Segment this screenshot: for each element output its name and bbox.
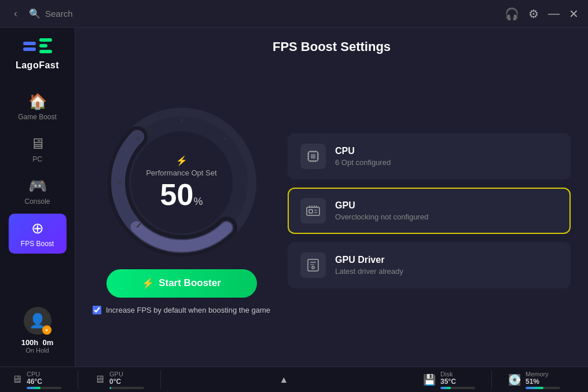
fps-checkbox[interactable] bbox=[93, 306, 101, 314]
chevron-up-icon[interactable]: ▲ bbox=[280, 375, 289, 385]
status-bar-center: ▲ bbox=[161, 375, 407, 385]
svg-rect-0 bbox=[23, 42, 36, 45]
content-body: ⚡ Performance Opt Set 50 % ⚡ Start Boost… bbox=[93, 66, 571, 355]
sidebar-item-fps-boost[interactable]: ⊕ FPS Boost bbox=[9, 214, 67, 254]
checkbox-row: Increase FPS by default when boosting th… bbox=[93, 306, 270, 314]
card-cpu[interactable]: CPU 6 Opt configured bbox=[288, 133, 571, 179]
gauge-lightning-icon: ⚡ bbox=[146, 155, 216, 166]
main-layout: LagoFast 🏠 Game Boost 🖥 PC 🎮 Console ⊕ F… bbox=[0, 28, 588, 367]
search-icon: 🔍 bbox=[29, 8, 41, 19]
status-cpu-value: 46°C bbox=[27, 378, 61, 386]
fps-boost-icon: ⊕ bbox=[31, 219, 44, 237]
gauge-unit: % bbox=[193, 196, 203, 208]
game-boost-icon: 🏠 bbox=[28, 93, 47, 111]
status-memory: 💽 Memory 51% bbox=[492, 371, 576, 389]
top-bar-actions: 🎧 ⚙ — ✕ bbox=[505, 7, 579, 21]
status-disk-bar bbox=[440, 387, 475, 389]
content-area: FPS Boost Settings bbox=[75, 28, 588, 367]
card-gpu-content: GPU Overclocking not configured bbox=[335, 200, 428, 221]
card-gpu[interactable]: GPU Overclocking not configured bbox=[288, 188, 571, 234]
user-time: 100h 0m bbox=[21, 338, 54, 347]
logo-icon bbox=[23, 38, 52, 60]
back-button[interactable]: ‹ bbox=[9, 5, 22, 22]
card-gpu-title: GPU bbox=[335, 200, 428, 211]
svg-rect-1 bbox=[23, 47, 36, 51]
status-cpu-info: CPU 46°C bbox=[27, 371, 61, 389]
sidebar-label-console: Console bbox=[24, 197, 50, 206]
logo-text: LagoFast bbox=[16, 60, 59, 71]
svg-rect-3 bbox=[39, 44, 47, 47]
status-gpu-label: GPU bbox=[109, 371, 144, 378]
avatar-badge: ♥ bbox=[42, 325, 52, 335]
sidebar-label-fps-boost: FPS Boost bbox=[21, 240, 54, 248]
logo: LagoFast bbox=[16, 34, 59, 75]
minimize-icon[interactable]: — bbox=[548, 7, 560, 20]
sidebar: LagoFast 🏠 Game Boost 🖥 PC 🎮 Console ⊕ F… bbox=[0, 28, 75, 367]
svg-rect-37 bbox=[314, 210, 317, 211]
user-section: 👤 ♥ 100h 0m On Hold bbox=[21, 300, 54, 361]
gpu-driver-card-icon bbox=[300, 252, 326, 278]
status-memory-info: Memory 51% bbox=[525, 371, 560, 389]
boost-button-label: Start Booster bbox=[159, 277, 221, 289]
card-gpu-driver-subtitle: Latest driver already bbox=[335, 267, 403, 276]
status-memory-bar-fill bbox=[525, 387, 543, 389]
close-icon[interactable]: ✕ bbox=[569, 7, 579, 21]
search-bar[interactable]: 🔍 Search bbox=[29, 8, 498, 19]
card-gpu-driver[interactable]: GPU Driver Latest driver already bbox=[288, 242, 571, 288]
status-memory-bar bbox=[525, 387, 560, 389]
console-icon: 🎮 bbox=[28, 177, 47, 195]
svg-rect-2 bbox=[39, 38, 52, 42]
status-gpu-bar bbox=[109, 387, 144, 389]
status-gpu-icon: 🖥 bbox=[94, 373, 105, 386]
status-cpu-label: CPU bbox=[27, 371, 61, 378]
status-cpu-bar bbox=[27, 387, 61, 389]
status-gpu-info: GPU 0°C bbox=[109, 371, 144, 389]
gauge-section: ⚡ Performance Opt Set 50 % ⚡ Start Boost… bbox=[93, 107, 270, 314]
svg-point-40 bbox=[312, 266, 314, 269]
svg-rect-17 bbox=[311, 154, 315, 159]
gauge-label: Performance Opt Set bbox=[146, 168, 216, 177]
svg-rect-41 bbox=[310, 262, 316, 263]
status-gpu-value: 0°C bbox=[109, 378, 144, 386]
status-disk: 💾 Disk 35°C bbox=[407, 371, 492, 389]
svg-rect-38 bbox=[314, 212, 317, 213]
sidebar-label-pc: PC bbox=[32, 155, 42, 163]
boost-lightning-icon: ⚡ bbox=[142, 277, 154, 290]
status-gpu: 🖥 GPU 0°C bbox=[78, 371, 161, 389]
status-cpu-bar-fill bbox=[27, 387, 41, 389]
card-cpu-title: CPU bbox=[335, 146, 391, 156]
gauge-wrapper: ⚡ Performance Opt Set 50 % bbox=[106, 107, 257, 258]
svg-rect-31 bbox=[309, 210, 313, 213]
sidebar-label-game-boost: Game Boost bbox=[18, 113, 57, 121]
support-icon[interactable]: 🎧 bbox=[505, 7, 519, 21]
cards-section: CPU 6 Opt configured bbox=[288, 133, 571, 288]
cpu-card-icon bbox=[300, 144, 326, 169]
status-cpu: 🖥 CPU 46°C bbox=[12, 371, 78, 389]
status-disk-label: Disk bbox=[440, 371, 475, 378]
sidebar-item-pc[interactable]: 🖥 PC bbox=[9, 129, 67, 169]
top-bar: ‹ 🔍 Search 🎧 ⚙ — ✕ bbox=[0, 0, 588, 28]
start-booster-button[interactable]: ⚡ Start Booster bbox=[106, 269, 257, 298]
status-memory-value: 51% bbox=[525, 378, 560, 386]
checkbox-label: Increase FPS by default when boosting th… bbox=[106, 306, 270, 314]
sidebar-item-game-boost[interactable]: 🏠 Game Boost bbox=[9, 87, 67, 127]
svg-rect-4 bbox=[39, 50, 52, 53]
card-cpu-subtitle: 6 Opt configured bbox=[335, 158, 391, 167]
gpu-card-icon bbox=[300, 198, 326, 224]
status-cpu-icon: 🖥 bbox=[12, 373, 22, 386]
settings-icon[interactable]: ⚙ bbox=[528, 7, 539, 21]
card-gpu-driver-content: GPU Driver Latest driver already bbox=[335, 255, 403, 276]
user-status: On Hold bbox=[25, 347, 49, 354]
status-disk-bar-fill bbox=[440, 387, 451, 389]
status-gpu-bar-fill bbox=[109, 387, 111, 389]
gauge-value: 50 bbox=[160, 179, 194, 210]
card-gpu-driver-title: GPU Driver bbox=[335, 255, 403, 265]
svg-rect-42 bbox=[310, 264, 314, 265]
avatar: 👤 ♥ bbox=[24, 307, 52, 335]
status-disk-icon: 💾 bbox=[423, 373, 436, 386]
pc-icon: 🖥 bbox=[30, 135, 45, 153]
gauge-center: ⚡ Performance Opt Set 50 % bbox=[146, 155, 216, 210]
search-label: Search bbox=[45, 9, 73, 19]
sidebar-item-console[interactable]: 🎮 Console bbox=[9, 171, 67, 211]
card-cpu-content: CPU 6 Opt configured bbox=[335, 146, 391, 167]
